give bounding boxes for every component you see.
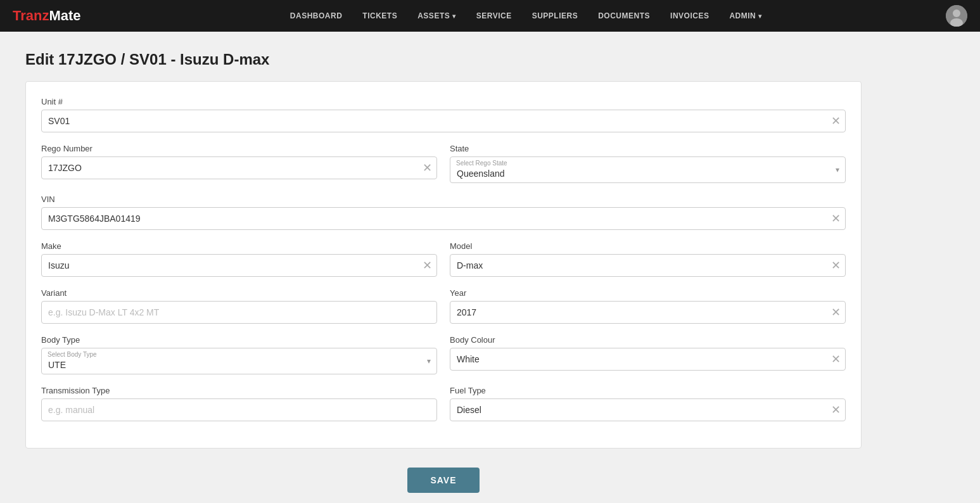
nav-suppliers[interactable]: SUPPLIERS [522,0,589,32]
year-group: Year ✕ [450,288,846,324]
navbar: Tranz Mate DASHBOARD TICKETS ASSETS ▾ SE… [0,0,980,32]
model-clear-button[interactable]: ✕ [831,260,841,271]
make-group: Make ✕ [41,241,437,277]
year-input[interactable] [450,301,846,324]
svg-point-1 [953,10,960,17]
make-label: Make [41,241,437,251]
body-colour-clear-button[interactable]: ✕ [831,353,841,365]
variant-wrapper [41,301,437,324]
nav-service[interactable]: SERVICE [466,0,522,32]
model-group: Model ✕ [450,241,846,277]
make-model-row: Make ✕ Model ✕ [41,241,846,277]
state-group: State Select Rego State Queensland NSW V… [450,144,846,183]
nav-invoices[interactable]: INVOICES [660,0,719,32]
year-wrapper: ✕ [450,301,846,324]
rego-number-label: Rego Number [41,144,437,153]
fuel-type-input[interactable] [450,398,846,421]
brand-tranz: Tranz [13,8,49,24]
model-wrapper: ✕ [450,254,846,277]
vin-group: VIN ✕ [41,194,846,230]
body-colour-group: Body Colour ✕ [450,335,846,374]
form-card: Unit # ✕ Rego Number ✕ State Select Rego… [25,81,862,449]
vin-label: VIN [41,194,846,204]
body-type-colour-row: Body Type Select Body Type UTE Sedan Wag… [41,335,846,374]
transmission-wrapper [41,398,437,421]
rego-number-clear-button[interactable]: ✕ [423,162,432,174]
vin-row: VIN ✕ [41,194,846,230]
body-colour-input[interactable] [450,348,846,371]
save-area: SAVE [25,461,862,503]
brand-logo[interactable]: Tranz Mate [13,8,81,24]
brand-mate: Mate [49,8,80,24]
body-type-wrapper: Select Body Type UTE Sedan Wagon Truck V… [41,348,437,374]
variant-year-row: Variant Year ✕ [41,288,846,324]
year-clear-button[interactable]: ✕ [831,307,841,318]
transmission-input[interactable] [41,398,437,421]
rego-number-wrapper: ✕ [41,156,437,179]
fuel-type-wrapper: ✕ [450,398,846,421]
variant-input[interactable] [41,301,437,324]
nav-admin[interactable]: ADMIN ▾ [719,0,772,32]
user-avatar[interactable] [946,5,967,27]
nav-dashboard[interactable]: DASHBOARD [280,0,353,32]
vin-wrapper: ✕ [41,207,846,230]
nav-tickets[interactable]: TICKETS [352,0,407,32]
state-wrapper: Select Rego State Queensland NSW VIC SA … [450,156,846,183]
save-button[interactable]: SAVE [407,468,479,493]
nav-assets[interactable]: ASSETS ▾ [407,0,466,32]
unit-number-input[interactable] [41,110,846,132]
admin-chevron-icon: ▾ [758,13,762,20]
body-colour-label: Body Colour [450,335,846,345]
unit-number-group: Unit # ✕ [41,97,846,132]
unit-number-clear-button[interactable]: ✕ [831,115,841,127]
variant-group: Variant [41,288,437,324]
fuel-type-label: Fuel Type [450,386,846,395]
page-title: Edit 17JZGO / SV01 - Isuzu D-max [25,51,862,68]
vin-input[interactable] [41,207,846,230]
body-colour-wrapper: ✕ [450,348,846,371]
nav-links: DASHBOARD TICKETS ASSETS ▾ SERVICE SUPPL… [106,0,946,32]
unit-number-wrapper: ✕ [41,110,846,132]
state-label: State [450,144,846,153]
page-container: Edit 17JZGO / SV01 - Isuzu D-max Unit # … [0,32,887,503]
body-type-label: Body Type [41,335,437,345]
rego-number-group: Rego Number ✕ [41,144,437,183]
vin-clear-button[interactable]: ✕ [831,213,841,224]
fuel-type-clear-button[interactable]: ✕ [831,404,841,416]
variant-label: Variant [41,288,437,298]
unit-number-label: Unit # [41,97,846,106]
rego-number-input[interactable] [41,156,437,179]
fuel-type-group: Fuel Type ✕ [450,386,846,421]
make-clear-button[interactable]: ✕ [423,260,432,271]
transmission-fuel-row: Transmission Type Fuel Type ✕ [41,386,846,421]
model-input[interactable] [450,254,846,277]
rego-state-row: Rego Number ✕ State Select Rego State Qu… [41,144,846,183]
transmission-label: Transmission Type [41,386,437,395]
state-select[interactable]: Queensland NSW VIC SA WA TAS ACT NT [450,156,846,183]
body-type-select[interactable]: UTE Sedan Wagon Truck Van Bus [41,348,437,374]
nav-documents[interactable]: DOCUMENTS [588,0,660,32]
make-wrapper: ✕ [41,254,437,277]
transmission-group: Transmission Type [41,386,437,421]
nav-right [946,5,967,27]
make-input[interactable] [41,254,437,277]
body-type-group: Body Type Select Body Type UTE Sedan Wag… [41,335,437,374]
assets-chevron-icon: ▾ [452,13,456,20]
unit-number-row: Unit # ✕ [41,97,846,132]
year-label: Year [450,288,846,298]
model-label: Model [450,241,846,251]
